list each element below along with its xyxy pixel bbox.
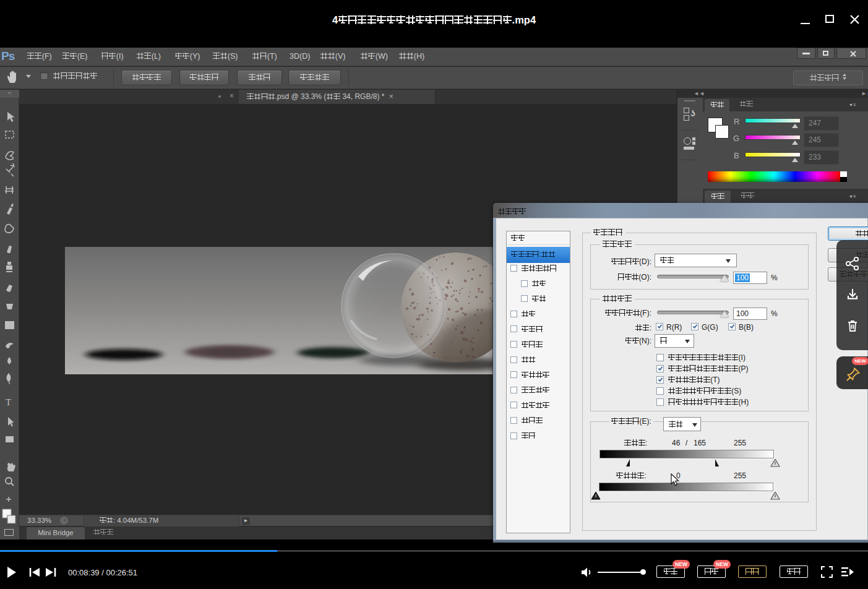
svg-text:T: T	[6, 397, 11, 407]
